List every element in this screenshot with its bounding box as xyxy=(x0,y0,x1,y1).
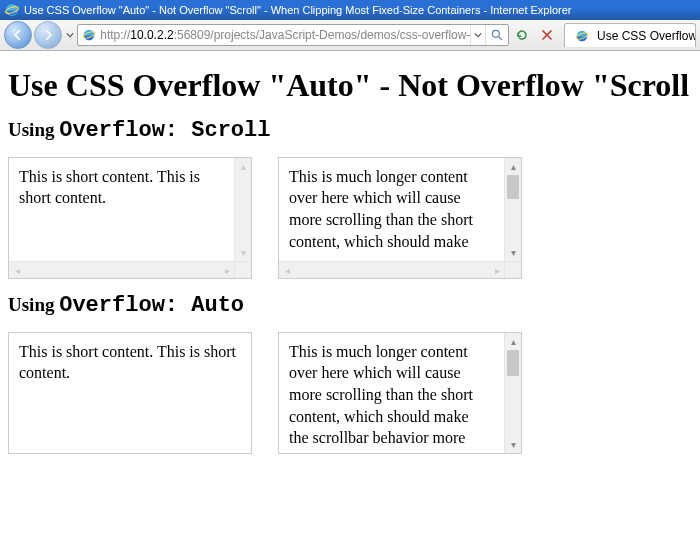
scroll-down-icon[interactable]: ▾ xyxy=(505,244,522,261)
scrollbar-thumb[interactable] xyxy=(507,350,519,376)
browser-tab[interactable]: Use CSS Overflow xyxy=(564,23,696,47)
vertical-scrollbar[interactable]: ▴ ▾ xyxy=(504,158,521,261)
auto-box-long: This is much longer content over here wh… xyxy=(278,332,522,454)
vertical-scrollbar[interactable]: ▴ ▾ xyxy=(234,158,251,261)
scroll-left-icon: ◂ xyxy=(279,262,296,279)
box-text: This is much longer content over here wh… xyxy=(279,333,494,453)
forward-button[interactable] xyxy=(34,21,62,49)
stop-button[interactable] xyxy=(535,23,558,47)
ie-page-icon xyxy=(573,27,591,45)
vertical-scrollbar[interactable]: ▴ ▾ xyxy=(504,333,521,453)
search-icon[interactable] xyxy=(485,25,507,45)
tab-label: Use CSS Overflow xyxy=(597,29,696,43)
box-text: This is short content. This is short con… xyxy=(9,158,224,262)
box-text: This is much longer content over here wh… xyxy=(279,158,494,262)
scroll-box-long: This is much longer content over here wh… xyxy=(278,157,522,279)
scroll-up-icon: ▴ xyxy=(235,158,252,175)
scroll-box-short: This is short content. This is short con… xyxy=(8,157,252,279)
horizontal-scrollbar[interactable]: ◂ ▸ xyxy=(279,261,506,278)
window-titlebar: Use CSS Overflow "Auto" - Not Overflow "… xyxy=(0,0,700,20)
box-text: This is short content. This is short con… xyxy=(9,333,251,392)
page-title: Use CSS Overflow "Auto" - Not Overflow "… xyxy=(8,67,692,104)
section-heading-scroll: Using Overflow: Scroll xyxy=(8,118,692,143)
horizontal-scrollbar[interactable]: ◂ ▸ xyxy=(9,261,236,278)
auto-row: This is short content. This is short con… xyxy=(8,332,692,454)
scroll-up-icon[interactable]: ▴ xyxy=(505,158,522,175)
address-url[interactable]: http://10.0.2.2:56809/projects/JavaScrip… xyxy=(100,26,470,44)
browser-toolbar: http://10.0.2.2:56809/projects/JavaScrip… xyxy=(0,20,700,51)
scroll-row: This is short content. This is short con… xyxy=(8,157,692,279)
address-dropdown[interactable] xyxy=(470,25,485,45)
scrollbar-thumb[interactable] xyxy=(507,175,519,199)
section-heading-auto: Using Overflow: Auto xyxy=(8,293,692,318)
ie-page-icon xyxy=(80,26,98,44)
svg-point-4 xyxy=(492,30,499,37)
auto-box-short: This is short content. This is short con… xyxy=(8,332,252,454)
scroll-up-icon[interactable]: ▴ xyxy=(505,333,522,350)
nav-history-dropdown[interactable] xyxy=(64,23,75,47)
scrollbar-corner xyxy=(234,261,251,278)
scroll-down-icon[interactable]: ▾ xyxy=(505,436,522,453)
ie-logo-icon xyxy=(4,2,20,18)
page-content: Use CSS Overflow "Auto" - Not Overflow "… xyxy=(0,51,700,466)
scroll-down-icon: ▾ xyxy=(235,244,252,261)
scroll-left-icon: ◂ xyxy=(9,262,26,279)
refresh-button[interactable] xyxy=(511,23,534,47)
back-button[interactable] xyxy=(4,21,32,49)
scrollbar-corner xyxy=(504,261,521,278)
window-title: Use CSS Overflow "Auto" - Not Overflow "… xyxy=(24,0,696,20)
address-bar[interactable]: http://10.0.2.2:56809/projects/JavaScrip… xyxy=(77,24,509,46)
